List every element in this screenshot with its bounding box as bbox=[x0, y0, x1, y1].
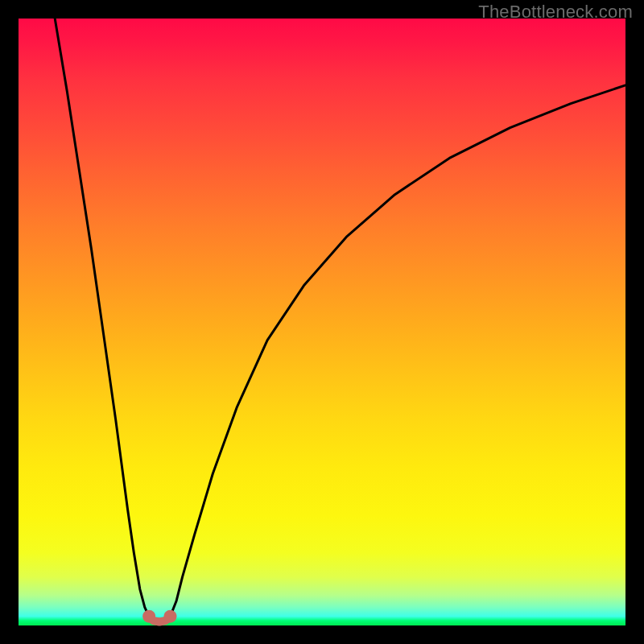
attribution-text: TheBottleneck.com bbox=[478, 2, 633, 23]
chart-frame: TheBottleneck.com bbox=[0, 0, 644, 644]
bottleneck-curve bbox=[55, 19, 625, 622]
trough-connector bbox=[149, 617, 170, 622]
curve-layer bbox=[19, 19, 625, 625]
plot-area bbox=[19, 19, 625, 625]
